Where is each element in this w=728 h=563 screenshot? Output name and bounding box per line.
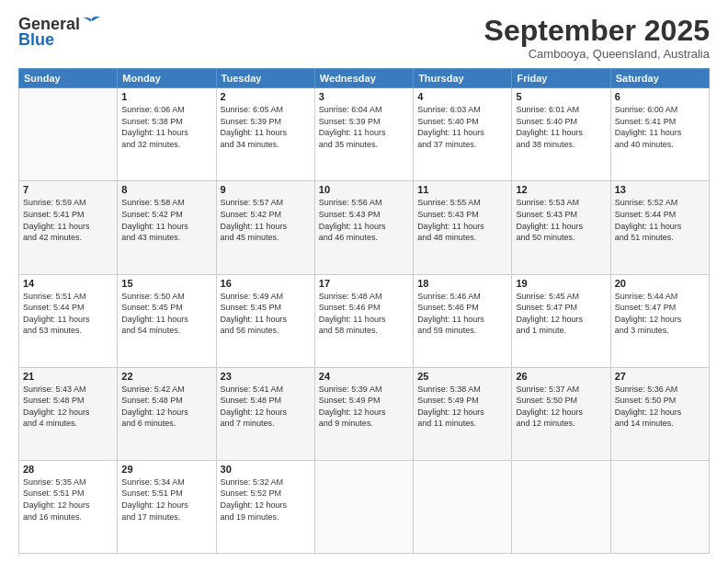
calendar-cell: 25Sunrise: 5:38 AM Sunset: 5:49 PM Dayli… xyxy=(414,367,512,460)
calendar-cell: 1Sunrise: 6:06 AM Sunset: 5:38 PM Daylig… xyxy=(118,88,216,181)
calendar-cell: 4Sunrise: 6:03 AM Sunset: 5:40 PM Daylig… xyxy=(414,88,512,181)
calendar-cell: 9Sunrise: 5:57 AM Sunset: 5:42 PM Daylig… xyxy=(216,181,314,274)
day-info: Sunrise: 5:43 AM Sunset: 5:48 PM Dayligh… xyxy=(23,384,113,430)
day-info: Sunrise: 5:39 AM Sunset: 5:49 PM Dayligh… xyxy=(319,384,409,430)
day-number: 28 xyxy=(23,464,113,475)
day-info: Sunrise: 5:36 AM Sunset: 5:50 PM Dayligh… xyxy=(615,384,705,430)
day-info: Sunrise: 5:42 AM Sunset: 5:48 PM Dayligh… xyxy=(121,384,211,430)
day-number: 4 xyxy=(417,91,507,102)
calendar-cell xyxy=(512,460,610,553)
day-info: Sunrise: 6:03 AM Sunset: 5:40 PM Dayligh… xyxy=(417,104,507,150)
calendar-cell: 26Sunrise: 5:37 AM Sunset: 5:50 PM Dayli… xyxy=(512,367,610,460)
calendar-cell: 22Sunrise: 5:42 AM Sunset: 5:48 PM Dayli… xyxy=(118,367,216,460)
calendar-cell xyxy=(314,460,413,553)
calendar-cell: 17Sunrise: 5:48 AM Sunset: 5:46 PM Dayli… xyxy=(314,274,413,367)
day-number: 7 xyxy=(23,184,113,195)
day-info: Sunrise: 6:04 AM Sunset: 5:39 PM Dayligh… xyxy=(319,104,409,150)
day-info: Sunrise: 5:51 AM Sunset: 5:44 PM Dayligh… xyxy=(23,291,113,337)
day-number: 20 xyxy=(615,278,705,289)
calendar-cell: 28Sunrise: 5:35 AM Sunset: 5:51 PM Dayli… xyxy=(19,460,118,553)
day-info: Sunrise: 5:34 AM Sunset: 5:51 PM Dayligh… xyxy=(121,477,211,523)
day-number: 30 xyxy=(221,464,311,475)
day-info: Sunrise: 5:56 AM Sunset: 5:43 PM Dayligh… xyxy=(319,197,409,243)
header-monday: Monday xyxy=(118,69,216,88)
day-info: Sunrise: 5:55 AM Sunset: 5:43 PM Dayligh… xyxy=(417,197,507,243)
calendar-week-row: 1Sunrise: 6:06 AM Sunset: 5:38 PM Daylig… xyxy=(19,88,710,181)
location: Cambooya, Queensland, Australia xyxy=(484,47,710,61)
calendar-cell: 10Sunrise: 5:56 AM Sunset: 5:43 PM Dayli… xyxy=(314,181,413,274)
header-sunday: Sunday xyxy=(19,69,118,88)
day-number: 12 xyxy=(516,184,606,195)
calendar-cell: 20Sunrise: 5:44 AM Sunset: 5:47 PM Dayli… xyxy=(610,274,709,367)
header-tuesday: Tuesday xyxy=(216,69,314,88)
day-number: 27 xyxy=(615,371,705,382)
calendar-cell xyxy=(19,88,118,181)
header-friday: Friday xyxy=(512,69,610,88)
day-number: 16 xyxy=(221,278,311,289)
day-info: Sunrise: 5:38 AM Sunset: 5:49 PM Dayligh… xyxy=(417,384,507,430)
calendar-cell: 13Sunrise: 5:52 AM Sunset: 5:44 PM Dayli… xyxy=(610,181,709,274)
day-number: 21 xyxy=(23,371,113,382)
calendar-cell: 5Sunrise: 6:01 AM Sunset: 5:40 PM Daylig… xyxy=(512,88,610,181)
day-info: Sunrise: 6:01 AM Sunset: 5:40 PM Dayligh… xyxy=(516,104,606,150)
calendar-cell: 27Sunrise: 5:36 AM Sunset: 5:50 PM Dayli… xyxy=(610,367,709,460)
calendar-header-row: Sunday Monday Tuesday Wednesday Thursday… xyxy=(19,69,710,88)
calendar-cell: 2Sunrise: 6:05 AM Sunset: 5:39 PM Daylig… xyxy=(216,88,314,181)
day-info: Sunrise: 5:53 AM Sunset: 5:43 PM Dayligh… xyxy=(516,197,606,243)
day-info: Sunrise: 5:57 AM Sunset: 5:42 PM Dayligh… xyxy=(221,197,311,243)
day-number: 6 xyxy=(615,91,705,102)
day-info: Sunrise: 5:32 AM Sunset: 5:52 PM Dayligh… xyxy=(221,477,311,523)
header-wednesday: Wednesday xyxy=(314,69,413,88)
day-info: Sunrise: 6:00 AM Sunset: 5:41 PM Dayligh… xyxy=(615,104,705,150)
calendar-week-row: 28Sunrise: 5:35 AM Sunset: 5:51 PM Dayli… xyxy=(19,460,710,553)
day-number: 2 xyxy=(221,91,311,102)
calendar-week-row: 21Sunrise: 5:43 AM Sunset: 5:48 PM Dayli… xyxy=(19,367,710,460)
logo: General Blue xyxy=(18,15,100,50)
header-saturday: Saturday xyxy=(610,69,709,88)
calendar-cell: 11Sunrise: 5:55 AM Sunset: 5:43 PM Dayli… xyxy=(414,181,512,274)
calendar-cell: 30Sunrise: 5:32 AM Sunset: 5:52 PM Dayli… xyxy=(216,460,314,553)
day-number: 15 xyxy=(121,278,211,289)
day-number: 14 xyxy=(23,278,113,289)
day-number: 5 xyxy=(516,91,606,102)
calendar-cell: 24Sunrise: 5:39 AM Sunset: 5:49 PM Dayli… xyxy=(314,367,413,460)
logo-blue-text: Blue xyxy=(18,30,54,50)
calendar-cell: 15Sunrise: 5:50 AM Sunset: 5:45 PM Dayli… xyxy=(118,274,216,367)
calendar-week-row: 14Sunrise: 5:51 AM Sunset: 5:44 PM Dayli… xyxy=(19,274,710,367)
day-info: Sunrise: 5:37 AM Sunset: 5:50 PM Dayligh… xyxy=(516,384,606,430)
day-number: 23 xyxy=(221,371,311,382)
calendar-week-row: 7Sunrise: 5:59 AM Sunset: 5:41 PM Daylig… xyxy=(19,181,710,274)
day-number: 13 xyxy=(615,184,705,195)
title-block: September 2025 Cambooya, Queensland, Aus… xyxy=(484,15,710,61)
day-number: 19 xyxy=(516,278,606,289)
day-number: 8 xyxy=(121,184,211,195)
day-info: Sunrise: 5:50 AM Sunset: 5:45 PM Dayligh… xyxy=(121,291,211,337)
day-number: 29 xyxy=(121,464,211,475)
day-number: 10 xyxy=(319,184,409,195)
day-number: 25 xyxy=(417,371,507,382)
page: General Blue September 2025 Cambooya, Qu… xyxy=(0,0,728,563)
day-info: Sunrise: 5:48 AM Sunset: 5:46 PM Dayligh… xyxy=(319,291,409,337)
day-info: Sunrise: 5:45 AM Sunset: 5:47 PM Dayligh… xyxy=(516,291,606,337)
calendar-cell: 16Sunrise: 5:49 AM Sunset: 5:45 PM Dayli… xyxy=(216,274,314,367)
day-info: Sunrise: 5:46 AM Sunset: 5:46 PM Dayligh… xyxy=(417,291,507,337)
day-info: Sunrise: 5:44 AM Sunset: 5:47 PM Dayligh… xyxy=(615,291,705,337)
day-number: 24 xyxy=(319,371,409,382)
calendar-cell: 23Sunrise: 5:41 AM Sunset: 5:48 PM Dayli… xyxy=(216,367,314,460)
day-info: Sunrise: 5:58 AM Sunset: 5:42 PM Dayligh… xyxy=(121,197,211,243)
calendar-cell: 29Sunrise: 5:34 AM Sunset: 5:51 PM Dayli… xyxy=(118,460,216,553)
day-info: Sunrise: 5:59 AM Sunset: 5:41 PM Dayligh… xyxy=(23,197,113,243)
day-number: 3 xyxy=(319,91,409,102)
calendar-cell: 6Sunrise: 6:00 AM Sunset: 5:41 PM Daylig… xyxy=(610,88,709,181)
calendar-cell: 3Sunrise: 6:04 AM Sunset: 5:39 PM Daylig… xyxy=(314,88,413,181)
day-number: 11 xyxy=(417,184,507,195)
calendar-cell: 7Sunrise: 5:59 AM Sunset: 5:41 PM Daylig… xyxy=(19,181,118,274)
day-number: 22 xyxy=(121,371,211,382)
calendar-cell: 18Sunrise: 5:46 AM Sunset: 5:46 PM Dayli… xyxy=(414,274,512,367)
day-number: 18 xyxy=(417,278,507,289)
day-info: Sunrise: 6:06 AM Sunset: 5:38 PM Dayligh… xyxy=(121,104,211,150)
calendar-table: Sunday Monday Tuesday Wednesday Thursday… xyxy=(18,68,710,554)
day-info: Sunrise: 5:49 AM Sunset: 5:45 PM Dayligh… xyxy=(221,291,311,337)
calendar-cell xyxy=(414,460,512,553)
day-info: Sunrise: 5:35 AM Sunset: 5:51 PM Dayligh… xyxy=(23,477,113,523)
